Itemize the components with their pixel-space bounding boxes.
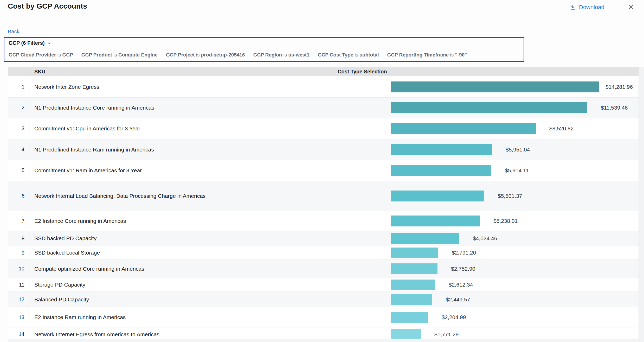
cost-cell: $2,449.57 — [333, 292, 639, 307]
download-label: Download — [579, 4, 604, 11]
cost-bar[interactable] — [391, 123, 536, 134]
cost-value-label: $14,281.96 — [606, 84, 633, 90]
cost-cell: $4,024.46 — [333, 231, 639, 246]
sku-name: Network Internal Load Balancing: Data Pr… — [29, 181, 333, 211]
table-row[interactable]: 7E2 Instance Core running in Americas$5,… — [8, 211, 639, 231]
cost-value-label: $5,238.01 — [493, 218, 518, 224]
table-row[interactable]: 3Commitment v1: Cpu in Americas for 3 Ye… — [8, 118, 639, 139]
filter-item-1: GCP Product is Compute Engine — [81, 52, 158, 58]
cost-bar[interactable] — [391, 294, 432, 305]
cost-table: SKU Cost Type Selection 1Network Inter Z… — [8, 67, 639, 341]
table-row[interactable]: 1Network Inter Zone Egress$14,281.96 — [8, 76, 639, 98]
cost-bar[interactable] — [391, 233, 459, 244]
cost-cell: $2,204.99 — [333, 307, 639, 327]
cost-bar[interactable] — [391, 312, 428, 323]
filter-operator: is — [283, 52, 288, 58]
table-row[interactable]: 9SSD backed Local Storage$2,791.20 — [8, 246, 639, 260]
close-button[interactable] — [626, 2, 636, 12]
filter-name: GCP Cloud Provider — [9, 52, 57, 58]
cost-bar[interactable] — [391, 329, 421, 340]
filter-summary-label: GCP (6 Filters) — [9, 40, 45, 46]
cost-value-label: $5,501.37 — [498, 193, 522, 199]
vertical-scrollbar[interactable] — [639, 67, 644, 342]
cost-value-label: $2,204.99 — [442, 314, 466, 320]
filter-name: GCP Reporting Timeframe — [387, 52, 450, 58]
cost-cell: $14,281.96 — [333, 76, 639, 97]
back-link[interactable]: Back — [8, 29, 19, 35]
row-index: 11 — [8, 278, 29, 292]
cost-bar[interactable] — [391, 191, 484, 201]
filter-operator: is — [450, 52, 455, 58]
cost-cell: $5,914.11 — [333, 160, 639, 181]
cost-cell: $2,752.90 — [333, 260, 639, 278]
filter-value: prod-setup-205416 — [201, 52, 245, 58]
cost-value-label: $11,539.46 — [601, 105, 628, 111]
cost-bar[interactable] — [391, 263, 437, 274]
cost-bar[interactable] — [391, 248, 438, 258]
row-index: 5 — [8, 160, 29, 181]
row-index: 12 — [8, 292, 29, 307]
cost-cell: $8,520.82 — [333, 118, 639, 139]
page-title: Cost by GCP Accounts — [8, 2, 87, 10]
cost-cell: $5,501.37 — [333, 181, 639, 211]
cost-value-label: $2,449.57 — [446, 296, 470, 303]
filter-item-0: GCP Cloud Provider is GCP — [9, 52, 73, 58]
table-row[interactable]: 8SSD backed PD Capacity$4,024.46 — [8, 231, 639, 246]
table-row[interactable]: 13E2 Instance Ram running in Americas$2,… — [8, 307, 639, 327]
cost-bar[interactable] — [391, 81, 599, 92]
close-icon — [628, 3, 634, 10]
row-index: 2 — [8, 98, 29, 118]
filter-operator: is — [196, 52, 201, 58]
filter-item-4: GCP Cost Type is subtotal — [318, 52, 379, 58]
filter-item-5: GCP Reporting Timeframe is "-90" — [387, 52, 467, 58]
filter-summary-dropdown[interactable]: GCP (6 Filters) — [9, 40, 51, 46]
cost-cell: $5,238.01 — [333, 211, 639, 231]
cost-cell: $2,612.34 — [333, 278, 639, 292]
filter-value: GCP — [62, 52, 73, 58]
sku-name: Commitment v1: Ram in Americas for 3 Yea… — [29, 160, 333, 181]
cost-value-label: $2,791.20 — [452, 250, 476, 256]
download-button[interactable]: Download — [570, 2, 604, 12]
row-index: 9 — [8, 246, 29, 259]
cost-bar[interactable] — [391, 216, 480, 226]
cost-value-label: $5,914.11 — [505, 167, 529, 174]
row-index: 3 — [8, 118, 29, 139]
filter-name: GCP Project — [166, 52, 196, 58]
sku-name: Storage PD Capacity — [29, 278, 333, 292]
filter-operator: is — [355, 52, 360, 58]
row-index: 10 — [8, 260, 29, 278]
table-row[interactable]: 6Network Internal Load Balancing: Data P… — [8, 181, 639, 211]
table-row[interactable]: 12Balanced PD Capacity$2,449.57 — [8, 292, 639, 307]
filter-item-list: GCP Cloud Provider is GCPGCP Product is … — [9, 52, 467, 58]
cost-cell: $11,539.46 — [333, 98, 639, 118]
row-index: 4 — [8, 139, 29, 160]
filter-operator: is — [113, 52, 118, 58]
cost-column-header: Cost Type Selection — [333, 67, 639, 76]
table-row[interactable]: 2N1 Predefined Instance Core running in … — [8, 98, 639, 118]
cost-value-label: $2,612.34 — [449, 282, 473, 288]
table-row[interactable]: 4N1 Predefined Instance Ram running in A… — [8, 139, 639, 160]
cost-value-label: $2,752.90 — [451, 266, 475, 272]
sku-name: E2 Instance Core running in Americas — [29, 211, 333, 231]
filter-name: GCP Cost Type — [318, 52, 355, 58]
table-row[interactable]: 11Storage PD Capacity$2,612.34 — [8, 278, 639, 292]
filter-value: subtotal — [360, 52, 379, 58]
horizontal-scrollbar[interactable] — [8, 339, 639, 342]
sku-column-header: SKU — [29, 67, 333, 76]
row-index: 6 — [8, 181, 29, 211]
table-row[interactable]: 10Compute optimized Core running in Amer… — [8, 260, 639, 278]
cost-bar[interactable] — [391, 280, 435, 290]
filter-item-2: GCP Project is prod-setup-205416 — [166, 52, 245, 58]
cost-by-gcp-accounts-panel: Cost by GCP Accounts Download Back GCP (… — [0, 0, 644, 342]
cost-bar[interactable] — [391, 102, 587, 113]
download-icon — [570, 4, 576, 10]
cost-bar[interactable] — [391, 165, 491, 176]
cost-cell: $2,791.20 — [333, 246, 639, 259]
filter-operator: is — [57, 52, 62, 58]
cost-bar[interactable] — [391, 144, 492, 155]
sku-name: E2 Instance Ram running in Americas — [29, 307, 333, 327]
filter-name: GCP Product — [81, 52, 113, 58]
row-index: 1 — [8, 76, 29, 97]
chevron-down-icon — [47, 41, 51, 45]
table-row[interactable]: 5Commitment v1: Ram in Americas for 3 Ye… — [8, 160, 639, 181]
